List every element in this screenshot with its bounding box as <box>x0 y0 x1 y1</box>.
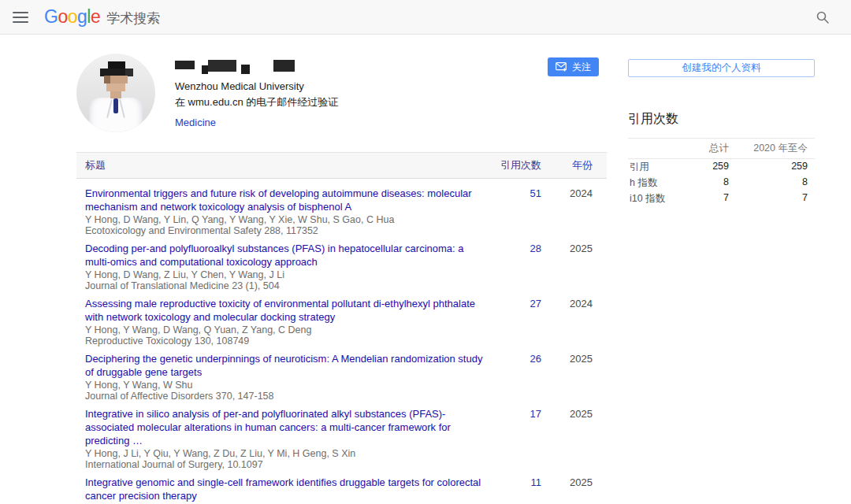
cited-by-table-header: 总计 2020 年至今 <box>628 138 815 159</box>
publication-row: Integrative genomic and single-cell fram… <box>76 476 607 504</box>
publication-main: Deciphering the genetic underpinnings of… <box>85 352 487 401</box>
cited-by-count-link[interactable]: 26 <box>530 353 541 365</box>
publication-authors: Y Hong, Y Wang, D Wang, Q Yuan, Z Yang, … <box>85 324 487 335</box>
publication-cited-by-cell: 11 <box>487 476 541 504</box>
cited-by-count-link[interactable]: 51 <box>530 187 541 199</box>
interest-link-medicine[interactable]: Medicine <box>175 117 216 128</box>
publication-main: Assessing male reproductive toxicity of … <box>85 297 487 346</box>
stat-label: h 指数 <box>630 176 674 190</box>
publication-main: Environmental triggers and future risk o… <box>85 187 487 235</box>
publication-year: 2025 <box>541 407 593 469</box>
publication-main: Integrative genomic and single-cell fram… <box>85 476 487 504</box>
column-header-year[interactable]: 年份 <box>541 158 593 172</box>
search-icon[interactable] <box>812 6 834 28</box>
publication-cited-by-cell: 28 <box>487 242 541 291</box>
publications-list: Environmental triggers and future risk o… <box>76 179 607 504</box>
publication-year: 2024 <box>541 297 593 346</box>
publication-venue: Journal of Translational Medicine 23 (1)… <box>85 280 487 291</box>
hamburger-menu-icon[interactable] <box>13 12 28 23</box>
cited-by-stat-row: 引用 259 259 <box>628 159 815 175</box>
publication-venue: Journal of Affective Disorders 370, 147-… <box>85 391 487 402</box>
stat-value-all: 8 <box>674 176 729 190</box>
stat-value-since: 259 <box>729 161 808 174</box>
publication-authors: Y Hong, D Wang, Y Lin, Q Yang, Y Wang, Y… <box>85 213 487 225</box>
profile-header: Wenzhou Medical University 在 wmu.edu.cn … <box>76 54 607 132</box>
page-content: Wenzhou Medical University 在 wmu.edu.cn … <box>0 35 851 504</box>
cited-by-count-link[interactable]: 28 <box>530 243 541 254</box>
follow-button[interactable]: 关注 <box>548 57 599 76</box>
sidebar: 创建我的个人资料 引用次数 总计 2020 年至今 引用 259 259 h 指… <box>628 54 815 504</box>
stat-label: 引用 <box>630 161 674 174</box>
publication-authors: Y Hong, Y Wang, W Shu <box>85 379 487 391</box>
profile-affiliation: Wenzhou Medical University <box>175 80 338 92</box>
cited-by-table: 总计 2020 年至今 引用 259 259 h 指数 8 8 i10 指数 7… <box>628 138 815 206</box>
stat-value-since: 7 <box>729 192 808 206</box>
publication-authors: Y Hong, J Li, Y Qiu, Y Wang, Z Du, Z Liu… <box>85 447 487 459</box>
envelope-plus-icon <box>556 62 567 72</box>
profile-avatar[interactable] <box>76 54 155 132</box>
publication-title-link[interactable]: Deciphering the genetic underpinnings of… <box>85 352 487 379</box>
publication-cited-by-cell: 17 <box>487 407 541 469</box>
create-profile-button[interactable]: 创建我的个人资料 <box>628 59 815 77</box>
publication-year: 2025 <box>541 476 593 504</box>
avatar-tie <box>113 98 118 113</box>
publications-header-row: 标题 引用次数 年份 <box>76 152 607 179</box>
publication-year: 2024 <box>541 187 593 235</box>
cited-by-col-all: 总计 <box>674 142 729 155</box>
publication-title-link[interactable]: Environmental triggers and future risk o… <box>85 187 487 213</box>
publication-year: 2025 <box>541 242 593 291</box>
google-logo: Google <box>44 6 100 28</box>
cited-by-stat-row: h 指数 8 8 <box>628 175 815 191</box>
publication-venue: International Journal of Surgery, 10.109… <box>85 459 487 470</box>
stat-value-all: 7 <box>674 192 729 206</box>
cited-by-title[interactable]: 引用次数 <box>628 111 815 128</box>
publication-cited-by-cell: 27 <box>487 297 541 346</box>
publication-row: Decoding per-and polyfluoroalkyl substan… <box>76 242 607 297</box>
publication-title-link[interactable]: Integrative genomic and single-cell fram… <box>85 476 487 502</box>
publication-title-link[interactable]: Decoding per-and polyfluoroalkyl substan… <box>85 242 487 269</box>
column-header-title[interactable]: 标题 <box>85 158 478 172</box>
publication-main: Decoding per-and polyfluoroalkyl substan… <box>85 242 487 291</box>
publication-row: Assessing male reproductive toxicity of … <box>76 297 607 352</box>
publication-main: Integrative in silico analysis of per-an… <box>85 407 487 469</box>
publication-title-link[interactable]: Integrative in silico analysis of per-an… <box>85 407 487 447</box>
publication-venue: Ecotoxicology and Environmental Safety 2… <box>85 225 487 236</box>
stat-label: i10 指数 <box>630 192 674 206</box>
stat-value-all: 259 <box>674 161 729 174</box>
cited-by-count-link[interactable]: 27 <box>530 298 541 309</box>
publication-row: Integrative in silico analysis of per-an… <box>76 407 607 476</box>
publication-authors: Y Hong, D Wang, Z Liu, Y Chen, Y Wang, J… <box>85 269 487 280</box>
publication-row: Environmental triggers and future risk o… <box>76 187 607 242</box>
publication-year: 2025 <box>541 352 593 401</box>
column-header-cited-by[interactable]: 引用次数 <box>478 158 541 172</box>
scholar-logo[interactable]: Google 学术搜索 <box>44 6 160 28</box>
publication-venue: Reproductive Toxicology 130, 108749 <box>85 335 487 346</box>
publication-row: Deciphering the genetic underpinnings of… <box>76 352 607 407</box>
follow-button-label: 关注 <box>572 61 591 74</box>
cited-by-rows: 引用 259 259 h 指数 8 8 i10 指数 7 7 <box>628 159 815 206</box>
cited-by-count-link[interactable]: 17 <box>530 408 541 420</box>
profile-name-redacted <box>175 57 338 75</box>
cited-by-stat-row: i10 指数 7 7 <box>628 191 815 206</box>
publication-title-link[interactable]: Assessing male reproductive toxicity of … <box>85 297 487 324</box>
cited-by-count-link[interactable]: 11 <box>531 476 542 488</box>
main-column: Wenzhou Medical University 在 wmu.edu.cn … <box>76 54 607 504</box>
publication-cited-by-cell: 26 <box>487 352 541 401</box>
publication-cited-by-cell: 51 <box>487 187 541 235</box>
profile-email-verified: 在 wmu.edu.cn 的电子邮件经过验证 <box>175 95 338 109</box>
profile-info: Wenzhou Medical University 在 wmu.edu.cn … <box>175 54 338 132</box>
top-bar: Google 学术搜索 <box>0 0 851 35</box>
cited-by-col-since: 2020 年至今 <box>729 142 808 155</box>
stat-value-since: 8 <box>729 176 808 190</box>
scholar-logo-label: 学术搜索 <box>106 9 160 28</box>
